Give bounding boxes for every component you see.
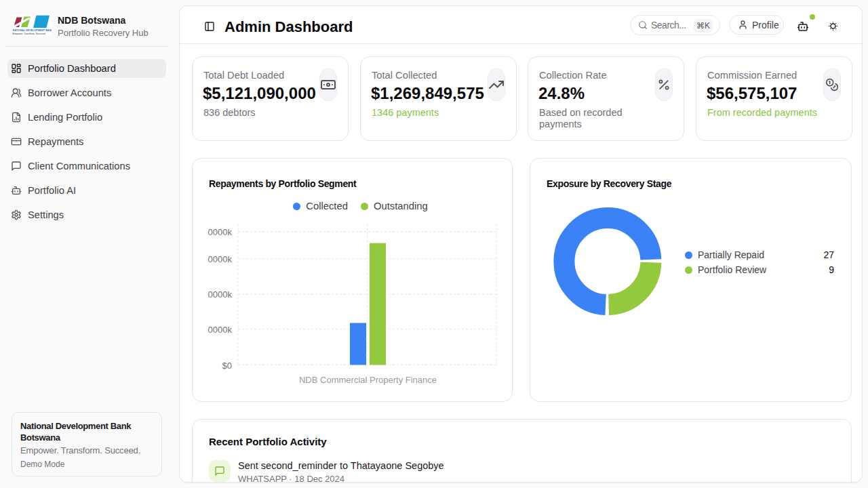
- svg-text:Empower. Transform. Succeed.: Empower. Transform. Succeed.: [13, 33, 46, 35]
- svg-text:NATIONAL DEVELOPMENT BANK: NATIONAL DEVELOPMENT BANK: [13, 29, 52, 32]
